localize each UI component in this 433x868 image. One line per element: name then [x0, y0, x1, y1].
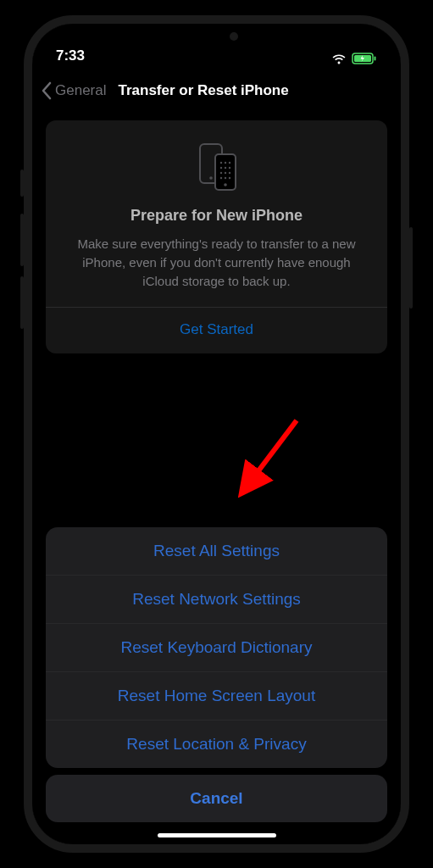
- notch: [153, 24, 280, 49]
- screen: 7:33: [32, 24, 401, 844]
- back-label: General: [55, 82, 106, 99]
- prepare-card: Prepare for New iPhone Make sure everyth…: [46, 120, 387, 353]
- svg-point-13: [219, 172, 221, 174]
- status-time: 7:33: [56, 47, 85, 64]
- svg-point-10: [219, 167, 221, 169]
- svg-point-14: [224, 172, 225, 174]
- get-started-button[interactable]: Get Started: [63, 308, 370, 338]
- page-title: Transfer or Reset iPhone: [118, 82, 288, 99]
- chevron-left-icon: [41, 81, 52, 100]
- reset-location-privacy-button[interactable]: Reset Location & Privacy: [46, 721, 387, 768]
- svg-point-15: [228, 172, 230, 174]
- battery-charging-icon: [352, 53, 377, 64]
- card-title: Prepare for New iPhone: [63, 207, 370, 225]
- svg-point-12: [228, 167, 230, 169]
- svg-point-6: [224, 183, 227, 186]
- svg-point-9: [228, 162, 230, 164]
- phone-frame: 7:33: [24, 15, 409, 853]
- card-description: Make sure everything's ready to transfer…: [63, 235, 370, 290]
- svg-point-18: [228, 177, 230, 179]
- svg-point-11: [224, 167, 225, 169]
- back-button[interactable]: General: [41, 81, 106, 100]
- svg-rect-2: [375, 57, 376, 61]
- svg-point-17: [224, 177, 225, 179]
- sheet-options: Reset All Settings Reset Network Setting…: [46, 527, 387, 768]
- reset-network-settings-button[interactable]: Reset Network Settings: [46, 576, 387, 624]
- reset-home-screen-layout-button[interactable]: Reset Home Screen Layout: [46, 672, 387, 721]
- action-sheet: Reset All Settings Reset Network Setting…: [46, 527, 387, 822]
- devices-icon: [190, 142, 244, 192]
- nav-bar: General Transfer or Reset iPhone: [32, 70, 401, 112]
- reset-all-settings-button[interactable]: Reset All Settings: [46, 527, 387, 576]
- reset-keyboard-dictionary-button[interactable]: Reset Keyboard Dictionary: [46, 624, 387, 672]
- wifi-icon: [331, 53, 347, 64]
- svg-point-7: [219, 162, 221, 164]
- cancel-button[interactable]: Cancel: [46, 775, 387, 822]
- svg-point-8: [224, 162, 225, 164]
- home-indicator[interactable]: [158, 833, 276, 837]
- svg-point-16: [219, 177, 221, 179]
- svg-point-4: [209, 176, 213, 180]
